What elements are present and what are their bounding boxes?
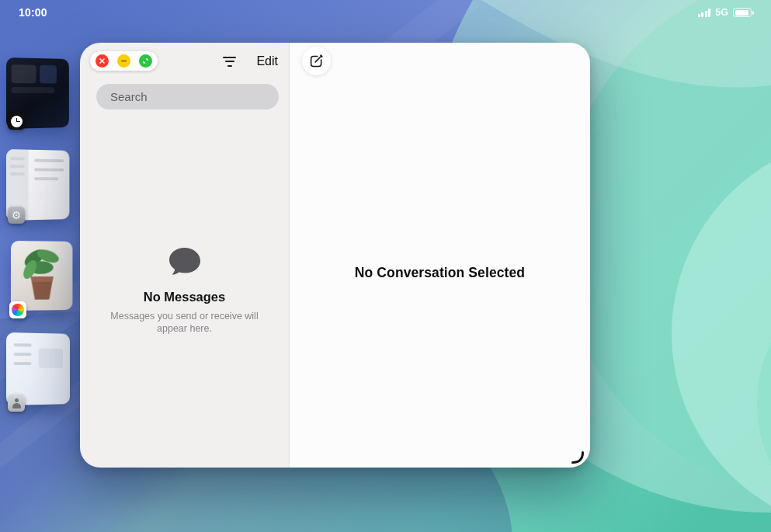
conversation-pane: No Conversation Selected — [290, 43, 590, 468]
status-bar: 10:00 5G — [0, 0, 771, 22]
messages-window: Edit No M — [80, 43, 590, 468]
compose-icon — [308, 53, 325, 69]
thumbnail-content — [12, 87, 54, 93]
no-messages-empty-state: No Messages Messages you send or receive… — [80, 246, 289, 336]
messages-sidebar: Edit No M — [80, 43, 290, 468]
search-input[interactable] — [110, 90, 265, 103]
close-icon — [99, 57, 106, 64]
window-controls — [90, 51, 158, 71]
thumbnail-content — [40, 65, 57, 84]
search-bar[interactable] — [96, 84, 279, 110]
empty-state-description: Messages you send or receive will appear… — [107, 310, 262, 336]
edit-button[interactable]: Edit — [256, 54, 278, 68]
cellular-bars-icon — [698, 9, 711, 17]
clock-time: 10:00 — [19, 6, 47, 19]
empty-state-title: No Messages — [80, 290, 289, 304]
recent-app-photos[interactable] — [11, 241, 72, 311]
thumbnail-content — [12, 64, 36, 83]
settings-app-icon[interactable]: ⚙ — [8, 207, 25, 224]
minimize-button[interactable] — [117, 54, 130, 68]
minimize-icon — [120, 57, 127, 64]
contacts-app-icon[interactable] — [8, 395, 25, 412]
no-conversation-label: No Conversation Selected — [290, 265, 590, 281]
photos-app-icon[interactable] — [9, 301, 26, 318]
message-bubble-icon — [80, 246, 289, 280]
clock-app-icon[interactable] — [8, 113, 25, 130]
fullscreen-icon — [142, 57, 149, 64]
filter-lines-icon — [223, 57, 236, 67]
filter-button[interactable] — [221, 55, 238, 68]
battery-icon — [733, 8, 752, 17]
close-button[interactable] — [96, 54, 109, 68]
resize-handle[interactable] — [570, 450, 585, 465]
stage-manager-strip: ⚙ — [0, 0, 85, 532]
network-label: 5G — [715, 7, 728, 18]
compose-button[interactable] — [302, 47, 331, 75]
zoom-button[interactable] — [139, 54, 152, 68]
